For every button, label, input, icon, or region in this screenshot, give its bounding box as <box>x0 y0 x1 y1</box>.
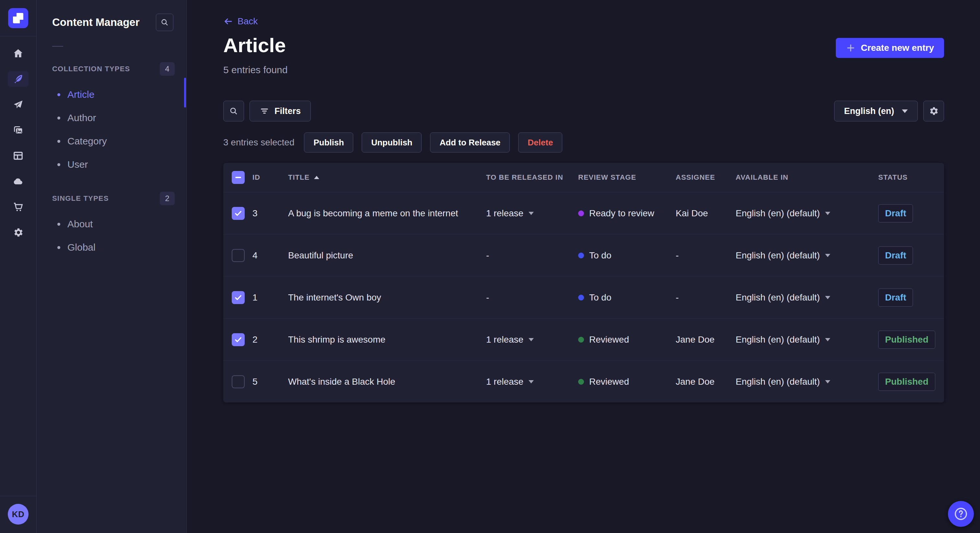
question-mark-icon <box>954 507 968 521</box>
stage-dot-icon <box>578 337 584 343</box>
available-in-cell[interactable]: English (en) (default) <box>736 292 878 303</box>
title-cell: Beautiful picture <box>288 250 486 261</box>
plus-icon <box>846 43 856 53</box>
checkmark-icon <box>234 293 243 302</box>
id-cell: 5 <box>253 377 288 387</box>
review-stage-cell: Reviewed <box>578 335 676 345</box>
row-checkbox[interactable] <box>232 333 245 346</box>
sidebar-title: Content Manager <box>52 16 140 29</box>
status-cell: Draft <box>878 289 944 307</box>
row-checkbox[interactable] <box>232 207 245 220</box>
sidebar-search-button[interactable] <box>156 14 173 31</box>
sidebar-section-items: About Global <box>52 213 175 259</box>
shopping-cart-icon[interactable] <box>8 199 29 215</box>
gear-icon <box>929 106 939 116</box>
row-checkbox[interactable] <box>232 249 245 262</box>
table-row[interactable]: 3 A bug is becoming a meme on the intern… <box>223 192 944 234</box>
unpublish-label: Unpublish <box>371 138 412 148</box>
delete-button[interactable]: Delete <box>518 132 562 152</box>
available-in-cell[interactable]: English (en) (default) <box>736 335 878 345</box>
available-in-cell[interactable]: English (en) (default) <box>736 250 878 261</box>
column-header-label: ASSIGNEE <box>676 173 715 182</box>
filters-button[interactable]: Filters <box>250 101 311 121</box>
row-checkbox-cell <box>223 333 253 346</box>
sidebar-item-label: Article <box>67 89 94 100</box>
sidebar-scrollbar-thumb[interactable] <box>184 78 186 108</box>
sidebar-section-count-badge: 4 <box>160 62 175 76</box>
locale-text: English (en) (default) <box>736 292 820 303</box>
paper-plane-icon[interactable] <box>8 97 29 113</box>
stage-dot-icon <box>578 295 584 300</box>
locale-select[interactable]: English (en) <box>834 101 918 121</box>
rail-icon-menu <box>8 36 29 240</box>
row-checkbox-cell <box>223 207 253 220</box>
locale-text: English (en) (default) <box>736 377 820 387</box>
row-checkbox[interactable] <box>232 375 245 388</box>
select-all-checkbox[interactable] <box>232 171 245 184</box>
id-cell: 2 <box>253 335 288 345</box>
sidebar-item-global[interactable]: Global <box>52 236 175 259</box>
stage-label: Ready to review <box>589 208 654 219</box>
bullet-icon <box>57 93 60 96</box>
media-library-images-icon[interactable] <box>8 122 29 138</box>
release-cell[interactable]: 1 release <box>486 377 578 387</box>
user-avatar[interactable]: KD <box>8 504 29 525</box>
release-cell[interactable]: 1 release <box>486 208 578 219</box>
content-manager-feather-icon[interactable] <box>8 71 29 87</box>
gear-icon[interactable] <box>8 225 29 240</box>
row-checkbox-cell <box>223 291 253 304</box>
column-header-title[interactable]: TITLE <box>288 173 486 182</box>
sidebar-item-category[interactable]: Category <box>52 130 175 153</box>
entries-table: IDTITLETO BE RELEASED INREVIEW STAGEASSI… <box>223 163 944 403</box>
status-cell: Published <box>878 331 944 349</box>
stage-dot-icon <box>578 252 584 259</box>
create-new-entry-label: Create new entry <box>861 43 934 53</box>
back-link[interactable]: Back <box>223 16 258 27</box>
publish-button[interactable]: Publish <box>304 132 353 152</box>
unpublish-button[interactable]: Unpublish <box>362 132 422 152</box>
strapi-logo[interactable] <box>8 8 28 28</box>
release-cell: - <box>486 292 578 303</box>
status-badge: Published <box>878 331 935 349</box>
bullet-icon <box>57 163 60 166</box>
table-body: 3 A bug is becoming a meme on the intern… <box>223 192 944 403</box>
column-header-available-in: AVAILABLE IN <box>736 173 878 182</box>
layout-card-icon[interactable] <box>8 148 29 163</box>
toolbar-left: Filters <box>223 101 311 121</box>
status-badge: Published <box>878 373 935 391</box>
create-new-entry-button[interactable]: Create new entry <box>836 38 944 58</box>
list-settings-button[interactable] <box>923 101 944 121</box>
home-icon[interactable] <box>8 46 29 61</box>
column-header-label: AVAILABLE IN <box>736 173 789 182</box>
row-checkbox[interactable] <box>232 291 245 304</box>
sidebar-section-count-badge: 2 <box>160 192 175 205</box>
available-in-cell[interactable]: English (en) (default) <box>736 208 878 219</box>
chevron-down-icon <box>528 338 534 341</box>
table-row[interactable]: 5 What's inside a Black Hole 1 release R… <box>223 360 944 403</box>
search-button[interactable] <box>223 101 244 121</box>
column-header-label: REVIEW STAGE <box>578 173 636 182</box>
assignee-cell: Jane Doe <box>676 335 736 345</box>
release-text: 1 release <box>486 208 523 219</box>
sidebar-item-article[interactable]: Article <box>52 83 175 106</box>
bullet-icon <box>57 117 60 119</box>
add-to-release-button[interactable]: Add to Release <box>430 132 510 152</box>
release-cell[interactable]: 1 release <box>486 335 578 345</box>
sidebar-item-user[interactable]: User <box>52 153 175 176</box>
table-row[interactable]: 2 This shrimp is awesome 1 release Revie… <box>223 318 944 360</box>
chevron-down-icon <box>528 380 534 383</box>
table-row[interactable]: 4 Beautiful picture - To do - English (e… <box>223 234 944 276</box>
column-header-id: ID <box>253 173 288 182</box>
sidebar-item-author[interactable]: Author <box>52 106 175 130</box>
table-row[interactable]: 1 The internet's Own boy - To do - Engli… <box>223 276 944 318</box>
nav-rail: KD <box>0 0 37 533</box>
sidebar-item-about[interactable]: About <box>52 213 175 236</box>
help-button[interactable] <box>948 501 974 527</box>
sidebar-item-label: Category <box>67 136 107 147</box>
sidebar-section-label: COLLECTION TYPES <box>52 65 130 73</box>
cloud-icon[interactable] <box>8 174 29 189</box>
checkmark-icon <box>234 335 243 344</box>
available-in-cell[interactable]: English (en) (default) <box>736 377 878 387</box>
bullet-icon <box>57 223 60 226</box>
sidebar-item-label: User <box>67 159 88 170</box>
